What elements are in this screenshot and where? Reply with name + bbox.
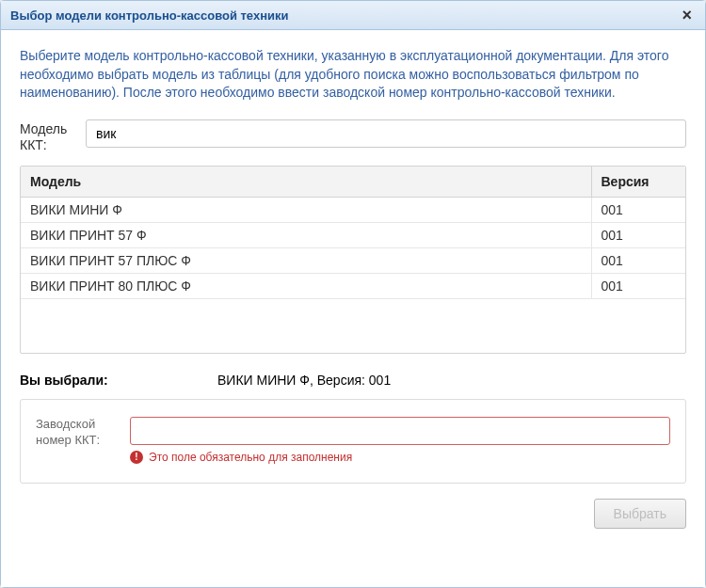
cell-version: 001 [591,274,685,299]
table-row[interactable]: ВИКИ ПРИНТ 80 ПЛЮС Ф 001 [21,274,685,299]
filter-row: Модель ККТ: [20,119,686,153]
cell-model: ВИКИ ПРИНТ 57 ПЛЮС Ф [21,248,591,274]
table-row[interactable]: ВИКИ ПРИНТ 57 ПЛЮС Ф 001 [21,248,685,274]
select-button[interactable]: Выбрать [594,499,686,529]
instructions-text: Выберите модель контрольно-кассовой техн… [20,47,686,103]
dialog-body: Выберите модель контрольно-кассовой техн… [1,30,705,587]
error-row: ! Это поле обязательно для заполнения [130,451,670,464]
cell-model: ВИКИ ПРИНТ 80 ПЛЮС Ф [21,274,591,299]
cell-version: 001 [591,198,685,223]
filter-label: Модель ККТ: [20,119,76,153]
col-header-model[interactable]: Модель [21,167,591,198]
model-filter-input[interactable] [86,119,686,148]
cell-version: 001 [591,248,685,274]
cell-model: ВИКИ МИНИ Ф [21,198,591,223]
error-icon: ! [130,451,143,464]
selected-value: ВИКИ МИНИ Ф, Версия: 001 [217,373,391,388]
serial-block: Заводской номер ККТ: ! Это поле обязател… [20,399,686,484]
table-row[interactable]: ВИКИ ПРИНТ 57 Ф 001 [21,223,685,248]
selected-row: Вы выбрали: ВИКИ МИНИ Ф, Версия: 001 [20,373,686,388]
titlebar: Выбор модели контрольно-кассовой техники… [1,1,705,30]
footer: Выбрать [20,499,686,529]
col-header-version[interactable]: Версия [591,167,685,198]
dialog-title: Выбор модели контрольно-кассовой техники [10,8,289,23]
serial-number-input[interactable] [130,417,670,445]
selected-label: Вы выбрали: [20,373,180,388]
close-icon[interactable]: × [678,7,696,24]
cell-version: 001 [591,223,685,248]
table-row[interactable]: ВИКИ МИНИ Ф 001 [21,198,685,223]
error-text: Это поле обязательно для заполнения [149,451,352,464]
serial-label: Заводской номер ККТ: [36,417,120,449]
model-table: Модель Версия ВИКИ МИНИ Ф 001 ВИКИ ПРИНТ… [20,166,686,354]
dialog-kkt-model-select: Выбор модели контрольно-кассовой техники… [0,0,706,588]
cell-model: ВИКИ ПРИНТ 57 Ф [21,223,591,248]
